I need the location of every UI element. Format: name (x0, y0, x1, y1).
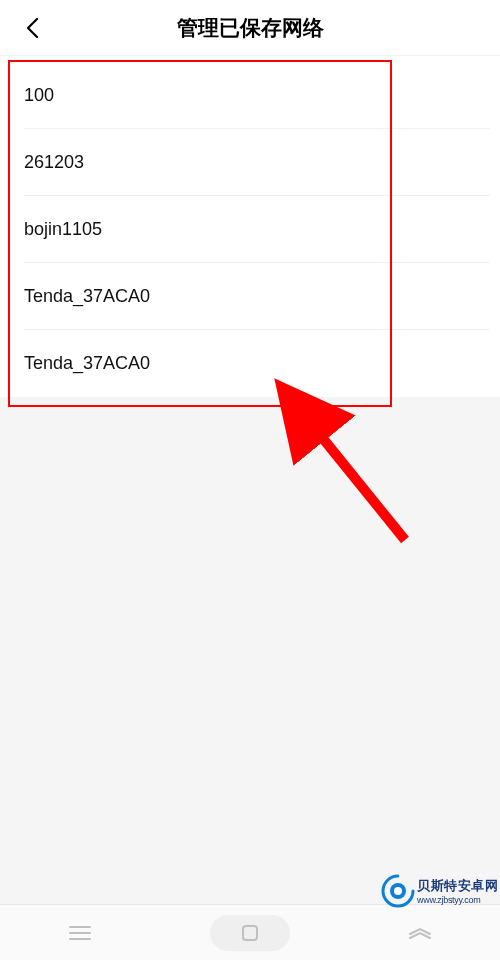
network-name: bojin1105 (24, 219, 102, 240)
back-icon (25, 17, 39, 39)
header: 管理已保存网络 (0, 0, 500, 56)
network-name: Tenda_37ACA0 (24, 353, 150, 374)
network-name: Tenda_37ACA0 (24, 286, 150, 307)
system-navbar (0, 904, 500, 960)
watermark-url: www.zjbstyy.com (417, 895, 498, 905)
network-name: 100 (24, 85, 54, 106)
nav-menu-button[interactable] (50, 915, 110, 951)
square-icon (241, 924, 259, 942)
network-list: 100 261203 bojin1105 Tenda_37ACA0 Tenda_… (0, 62, 500, 397)
network-item[interactable]: bojin1105 (0, 196, 500, 263)
svg-rect-5 (243, 926, 257, 940)
svg-line-1 (312, 425, 405, 540)
watermark: 贝斯特安卓网 www.zjbstyy.com (381, 874, 498, 908)
page-title: 管理已保存网络 (0, 14, 500, 42)
watermark-text: 贝斯特安卓网 www.zjbstyy.com (417, 877, 498, 905)
nav-back-button[interactable] (390, 915, 450, 951)
watermark-logo-icon (381, 874, 415, 908)
menu-icon (69, 925, 91, 941)
svg-point-8 (394, 887, 402, 895)
nav-home-button[interactable] (210, 915, 290, 951)
network-name: 261203 (24, 152, 84, 173)
back-button[interactable] (18, 14, 46, 42)
network-item[interactable]: Tenda_37ACA0 (0, 330, 500, 397)
network-item[interactable]: 100 (0, 62, 500, 129)
network-item[interactable]: Tenda_37ACA0 (0, 263, 500, 330)
network-list-container: 100 261203 bojin1105 Tenda_37ACA0 Tenda_… (0, 56, 500, 397)
chevron-icon (406, 926, 434, 940)
network-item[interactable]: 261203 (0, 129, 500, 196)
watermark-title: 贝斯特安卓网 (417, 877, 498, 895)
